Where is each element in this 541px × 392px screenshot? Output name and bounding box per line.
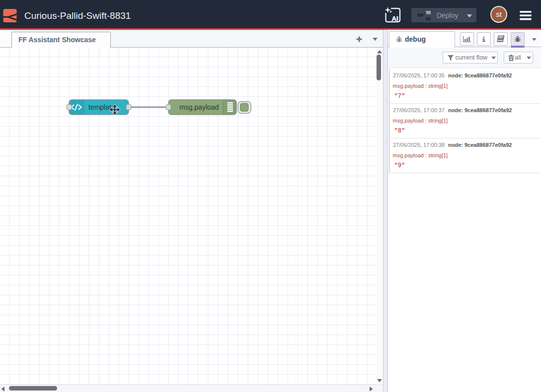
svg-text:msg.payload: msg.payload — [179, 103, 219, 111]
svg-text:AI: AI — [392, 15, 398, 22]
